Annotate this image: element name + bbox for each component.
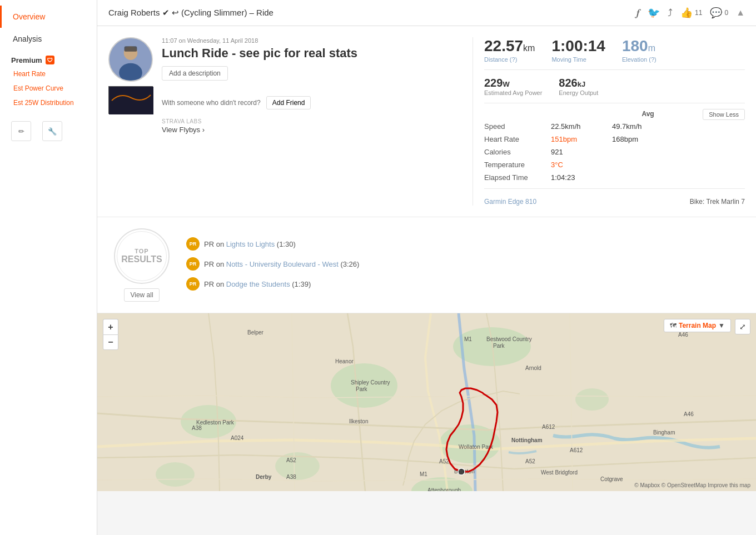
sidebar-item-heart-rate[interactable]: Heart Rate [0, 67, 97, 81]
est-power-label: Estimated Avg Power [484, 89, 542, 96]
activity-date: 11:07 on Wednesday, 11 April 2018 [162, 37, 461, 44]
twitter-share-btn[interactable]: 🐦 [648, 7, 660, 19]
add-description-button[interactable]: Add a description [162, 66, 228, 81]
like-btn[interactable]: 👍 11 [680, 7, 702, 19]
header-chevron-icon[interactable]: ▲ [736, 8, 745, 18]
pr-list: PR PR on Lights to Lights (1:30) PR PR o… [186, 228, 745, 294]
distance-label[interactable]: Distance (?) [484, 56, 535, 63]
premium-badge-icon: 🛡 [46, 56, 54, 64]
svg-text:A38: A38 [192, 425, 202, 431]
add-friend-button[interactable]: Add Friend [266, 96, 311, 109]
sidebar-analysis-label: Analysis [13, 34, 42, 43]
svg-text:M1: M1 [464, 336, 472, 342]
sidebar-item-analysis[interactable]: Analysis [0, 28, 97, 50]
sidebar-tool-icons: ✏ 🔧 [0, 110, 97, 152]
comment-count: 0 [724, 9, 728, 17]
settings-icon-btn[interactable]: 🔧 [42, 121, 62, 141]
map-container: A024 A38 A52 A38 M1 M1 A46 A46 A612 A612… [97, 313, 756, 491]
stats-row-heartrate: Heart Rate 151bpm 168bpm [484, 133, 745, 146]
avatar [108, 37, 153, 82]
stats-panel: 22.57km Distance (?) 1:00:14 Moving Time… [472, 37, 745, 206]
stats-row-speed: Speed 22.5km/h 49.7km/h [484, 120, 745, 133]
svg-text:Cotgrave: Cotgrave [600, 476, 623, 482]
view-all-link[interactable]: View all [124, 288, 159, 302]
elevation-stat: 180m Elevation (?) [622, 37, 656, 63]
map-attribution-text[interactable]: © Mapbox © OpenStreetMap Improve this ma… [634, 482, 750, 488]
svg-text:Attenborough: Attenborough [427, 487, 461, 491]
share-btn[interactable]: ⤴ [668, 7, 673, 19]
stats-row-elapsed: Elapsed Time 1:04:23 [484, 171, 745, 184]
avatar-section [108, 37, 153, 206]
stats-row-temperature: Temperature 3°C [484, 158, 745, 171]
map-expand-button[interactable]: ⤢ [735, 319, 750, 334]
svg-text:Belper: Belper [247, 329, 264, 336]
svg-text:Kedleston Park: Kedleston Park [196, 419, 235, 426]
expand-icon: ⤢ [739, 322, 746, 331]
add-friend-row: With someone who didn't record? Add Frie… [162, 96, 461, 109]
sidebar-premium-label: Premium [11, 56, 42, 64]
moving-time-stat: 1:00:14 Moving Time [551, 37, 605, 63]
stats-top: 22.57km Distance (?) 1:00:14 Moving Time… [484, 37, 745, 70]
stats-table: Avg Max Show Less Speed 22.5km/h 49.7km/… [484, 110, 745, 206]
pr-item-2: PR PR on Notts - University Boulevard - … [186, 254, 745, 274]
top-results-section: TOP RESULTS View all PR PR on Lights to … [97, 217, 756, 313]
est-power-stat: 229W Estimated Avg Power [484, 77, 542, 96]
activity-header-title: Craig Roberts ✔ ↩ (Cycling Slimmer) – Ri… [108, 8, 273, 18]
show-less-button[interactable]: Show Less [703, 109, 745, 120]
svg-text:Wollaton Park: Wollaton Park [459, 444, 494, 450]
elevation-label[interactable]: Elevation (?) [622, 56, 656, 63]
svg-text:A024: A024 [231, 435, 244, 441]
svg-text:Heanor: Heanor [335, 358, 354, 364]
sidebar: Overview Analysis Premium 🛡 Heart Rate E… [0, 0, 97, 535]
facebook-share-btn[interactable]: 𝒇 [636, 7, 640, 19]
map-controls: + − [103, 319, 118, 350]
device-label: Garmin Edge 810 [484, 198, 536, 206]
distance-value: 22.57km [484, 37, 535, 55]
svg-text:Park: Park [493, 343, 505, 349]
distance-stat: 22.57km Distance (?) [484, 37, 535, 63]
pr-link-2[interactable]: Notts - University Boulevard - West [226, 260, 339, 268]
pr-text-1: PR on Lights to Lights (1:30) [204, 240, 296, 248]
sidebar-item-est-power[interactable]: Est Power Curve [0, 81, 97, 96]
activity-thumbnail [108, 86, 153, 114]
svg-text:West Bridgford: West Bridgford [541, 469, 578, 476]
top-results-emblem: TOP RESULTS View all [108, 228, 175, 302]
pr-text-2: PR on Notts - University Boulevard - Wes… [204, 260, 359, 268]
svg-text:A46: A46 [684, 411, 694, 417]
add-friend-text: With someone who didn't record? [162, 99, 261, 107]
svg-text:Bingham: Bingham [653, 429, 675, 436]
main-content: Craig Roberts ✔ ↩ (Cycling Slimmer) – Ri… [97, 0, 756, 535]
map-type-button[interactable]: 🗺 Terrain Map ▼ [664, 319, 731, 332]
svg-text:⬛: ⬛ [459, 469, 464, 474]
svg-text:Ilkeston: Ilkeston [349, 418, 368, 424]
sidebar-item-overview[interactable]: Overview [0, 6, 97, 28]
svg-text:Nottingham: Nottingham [511, 437, 543, 443]
svg-text:A612: A612 [570, 447, 583, 453]
activity-header-bar: Craig Roberts ✔ ↩ (Cycling Slimmer) – Ri… [97, 0, 756, 26]
zoom-in-button[interactable]: + [103, 319, 118, 334]
zoom-out-button[interactable]: − [103, 334, 118, 350]
svg-text:Bestwood Country: Bestwood Country [486, 336, 532, 342]
pr-medal-1: PR [186, 237, 200, 251]
pr-link-1[interactable]: Lights to Lights [226, 240, 275, 248]
svg-text:A52: A52 [525, 458, 535, 464]
elevation-value: 180m [622, 37, 656, 55]
svg-point-2 [119, 63, 142, 82]
strava-labs-label: STRAVA LABS [162, 118, 461, 124]
like-count: 11 [695, 9, 702, 17]
svg-text:A52: A52 [286, 457, 296, 463]
svg-point-13 [156, 462, 195, 487]
moving-time-value: 1:00:14 [551, 37, 605, 55]
comment-btn[interactable]: 💬 0 [710, 7, 728, 19]
stats-device-row: Garmin Edge 810 Bike: Trek Marlin 7 [484, 193, 745, 206]
stats-secondary: 229W Estimated Avg Power 826kJ Energy Ou… [484, 77, 745, 103]
svg-rect-3 [125, 46, 137, 52]
bike-label: Bike: Trek Marlin 7 [690, 198, 745, 206]
pr-item-1: PR PR on Lights to Lights (1:30) [186, 234, 745, 254]
sidebar-item-est-25w[interactable]: Est 25W Distribution [0, 96, 97, 110]
map-svg: A024 A38 A52 A38 M1 M1 A46 A46 A612 A612… [97, 313, 756, 491]
pr-link-3[interactable]: Dodge the Students [226, 280, 290, 288]
view-flybys-link[interactable]: View Flybys › [162, 126, 461, 134]
map-section: A024 A38 A52 A38 M1 M1 A46 A46 A612 A612… [97, 313, 756, 491]
edit-icon-btn[interactable]: ✏ [11, 121, 31, 141]
